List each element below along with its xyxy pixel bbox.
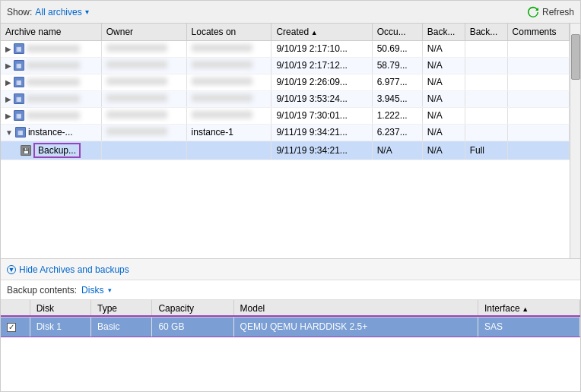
disk-table: Disk Type Capacity Model Interface ✓Disk… <box>1 300 580 337</box>
archive-table-row[interactable]: ▶ ▦ 9/10/19 2:17:12...58.79...N/A <box>1 57 570 74</box>
refresh-button[interactable]: Refresh <box>527 6 574 18</box>
col-comments[interactable]: Comments <box>507 24 569 40</box>
backup-contents-label: Backup contents: <box>7 285 77 296</box>
archive-table-container: Archive name Owner Locates on Created Oc… <box>1 24 570 258</box>
disk-type: Basic <box>91 317 152 337</box>
archive-icon: ▦ <box>14 77 24 87</box>
expand-arrow-icon[interactable]: ▶ <box>5 45 11 53</box>
hide-archives-icon: ▼ <box>7 265 16 274</box>
archive-table: Archive name Owner Locates on Created Oc… <box>1 24 570 160</box>
archive-table-row[interactable]: ▶ ▦ 9/10/19 7:30:01...1.222...N/A <box>1 107 570 124</box>
archive-icon: ▦ <box>14 110 24 121</box>
expand-arrow-icon[interactable]: ▶ <box>5 62 11 70</box>
disk-model: QEMU QEMU HARDDISK 2.5+ <box>233 317 478 337</box>
col-occupied[interactable]: Occu... <box>372 24 422 40</box>
show-dropdown-arrow-icon[interactable]: ▾ <box>85 8 89 16</box>
refresh-label: Refresh <box>542 7 574 17</box>
toolbar-left: Show: All archives ▾ <box>7 7 89 17</box>
expand-arrow-icon[interactable]: ▶ <box>5 112 11 120</box>
disk-capacity: 60 GB <box>152 317 233 337</box>
col-back1[interactable]: Back... <box>422 24 465 40</box>
refresh-icon <box>527 6 539 18</box>
archive-icon: ▦ <box>14 43 24 54</box>
disk-name: Disk 1 <box>30 317 90 337</box>
scrollbar-thumb[interactable] <box>571 34 580 80</box>
col-disk-interface[interactable]: Interface <box>478 300 580 317</box>
backup-contents-value[interactable]: Disks <box>81 285 103 296</box>
archive-icon: ▦ <box>15 127 26 138</box>
archive-table-header: Archive name Owner Locates on Created Oc… <box>1 24 570 40</box>
show-archives-dropdown[interactable]: All archives <box>35 7 81 17</box>
col-disk-capacity[interactable]: Capacity <box>152 300 233 317</box>
col-locates-on[interactable]: Locates on <box>186 24 271 40</box>
col-back2[interactable]: Back... <box>465 24 507 40</box>
col-created[interactable]: Created <box>271 24 372 40</box>
backup-contents-bar: Backup contents: Disks ▾ <box>1 280 580 300</box>
disk-row-checkbox[interactable]: ✓ <box>1 317 30 337</box>
archive-table-row[interactable]: ▶ ▦ 9/10/19 3:53:24...3.945...N/A <box>1 90 570 107</box>
col-owner[interactable]: Owner <box>101 24 186 40</box>
archive-table-row[interactable]: ▶ ▦ 9/10/19 2:26:09...6.977...N/A <box>1 74 570 90</box>
hide-archives-link[interactable]: Hide Archives and backups <box>19 264 129 275</box>
archive-table-row[interactable]: ▼ ▦ instance-... instance-19/11/19 9:34:… <box>1 124 570 141</box>
archive-table-row[interactable]: 💾 Backup... 9/11/19 9:34:21...N/AN/AFull <box>1 141 570 160</box>
expand-arrow-icon[interactable]: ▶ <box>5 78 11 87</box>
col-disk-check <box>1 300 30 317</box>
disk-table-header: Disk Type Capacity Model Interface <box>1 300 580 317</box>
archive-scrollbar[interactable] <box>570 24 580 258</box>
disk-interface: SAS <box>478 317 580 337</box>
backup-contents-dropdown-arrow-icon[interactable]: ▾ <box>108 286 112 294</box>
col-disk-type[interactable]: Type <box>91 300 152 317</box>
checkbox-checked-icon[interactable]: ✓ <box>7 323 16 332</box>
expand-arrow-icon[interactable]: ▶ <box>5 95 11 103</box>
col-disk-model[interactable]: Model <box>233 300 478 317</box>
backup-icon: 💾 <box>21 145 31 156</box>
archive-table-row[interactable]: ▶ ▦ 9/10/19 2:17:10...50.69...N/A <box>1 40 570 57</box>
expand-arrow-icon[interactable]: ▼ <box>5 128 13 137</box>
disk-section: Disk Type Capacity Model Interface ✓Disk… <box>1 300 580 337</box>
toolbar: Show: All archives ▾ Refresh <box>1 1 580 24</box>
archive-icon: ▦ <box>14 93 24 104</box>
hide-archives-bar: ▼ Hide Archives and backups <box>1 259 580 280</box>
show-label: Show: <box>7 7 32 17</box>
col-disk-disk[interactable]: Disk <box>30 300 90 317</box>
col-archive-name[interactable]: Archive name <box>1 24 101 40</box>
archive-icon: ▦ <box>14 60 24 71</box>
disk-table-row[interactable]: ✓Disk 1Basic60 GBQEMU QEMU HARDDISK 2.5+… <box>1 317 580 337</box>
archive-section: Archive name Owner Locates on Created Oc… <box>1 24 580 259</box>
